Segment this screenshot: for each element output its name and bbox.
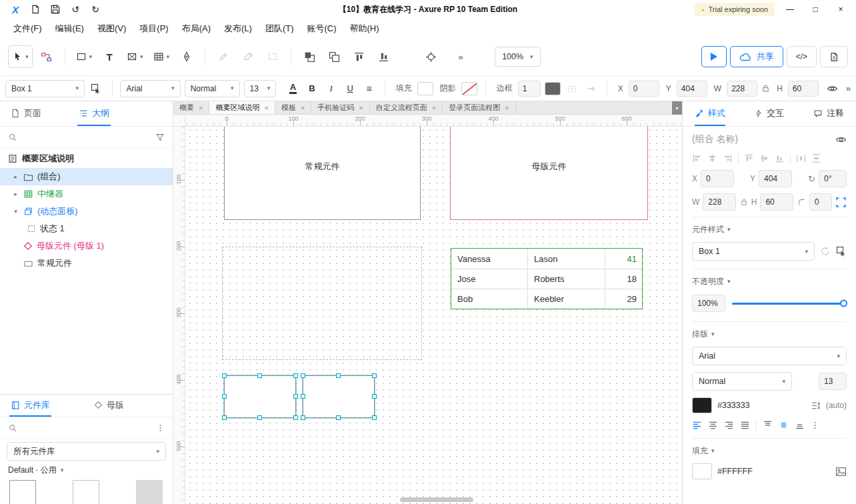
page-tab-5[interactable]: 登录页面流程图× [443, 101, 515, 114]
menu-account[interactable]: 账号(C) [300, 20, 343, 37]
fill-color-swatch[interactable] [417, 82, 433, 95]
shadow-swatch[interactable] [461, 82, 477, 95]
menu-arrange[interactable]: 布局(A) [175, 20, 217, 37]
selection-handle-s[interactable] [257, 415, 262, 420]
w-input[interactable] [727, 81, 757, 97]
trial-badge[interactable]: ● Trial expiring soon [695, 3, 775, 16]
tab-outline[interactable]: 大纲 [77, 101, 111, 126]
group-name-field[interactable]: (组合 名称) [692, 127, 847, 152]
underline-button[interactable]: U [343, 80, 358, 97]
inspect-code-button[interactable]: </> [787, 46, 817, 67]
text-valign-top-icon[interactable] [763, 420, 773, 430]
tab-notes[interactable]: 注释 [813, 101, 844, 126]
selected-box-2[interactable] [303, 375, 375, 418]
lock-ratio-icon[interactable] [761, 84, 770, 93]
canvas-horizontal-scrollbar[interactable] [400, 497, 473, 502]
normal-widget[interactable]: 常规元件 [224, 127, 421, 220]
tree-item-group[interactable]: ▸ (组合) [0, 168, 173, 185]
typography-section-header[interactable]: 排版 ▾ [692, 321, 847, 344]
menu-team[interactable]: 团队(T) [259, 20, 301, 37]
opacity-input[interactable] [692, 295, 725, 312]
pen-tool-button[interactable] [176, 45, 197, 68]
center-canvas-button[interactable] [420, 45, 441, 68]
selection-handle-s[interactable] [336, 415, 341, 420]
font-family-select[interactable]: Arial ▾ [692, 347, 847, 365]
h-input[interactable] [760, 193, 793, 211]
border-width-input[interactable] [518, 81, 541, 97]
text-align-justify-icon[interactable] [740, 420, 750, 430]
widget-style-select[interactable]: Box 1 ▾ [692, 242, 815, 261]
text-valign-bottom-icon[interactable] [795, 420, 805, 430]
tab-close-icon[interactable]: × [199, 104, 203, 112]
selection-handle-w[interactable] [222, 394, 227, 399]
align-bottom-button[interactable] [373, 45, 394, 68]
page-tab-2[interactable]: 模板× [275, 101, 311, 114]
text-align-right-icon[interactable] [724, 420, 734, 430]
menu-project[interactable]: 项目(P) [133, 20, 175, 37]
send-to-back-button[interactable] [323, 45, 345, 68]
visibility-eye-icon[interactable] [835, 135, 847, 144]
font-weight-select[interactable]: Normal ▾ [185, 80, 240, 97]
outline-search-input[interactable] [23, 133, 150, 142]
menu-edit[interactable]: 编辑(E) [49, 20, 91, 37]
opacity-slider[interactable] [732, 303, 847, 305]
align-center-icon[interactable] [707, 153, 717, 163]
formatbar-more-icon[interactable]: » [846, 83, 851, 93]
widget-thumb-box1[interactable] [9, 480, 36, 504]
tab-widget-library[interactable]: 元件库 [9, 395, 51, 417]
fill-section-header[interactable]: 填充 ▾ [692, 438, 847, 461]
tab-pages[interactable]: 页面 [9, 101, 43, 126]
repeater-table[interactable]: Vanessa Lason 41 Jose Roberts 18 Bob Kee… [451, 248, 643, 309]
font-size-select[interactable]: 13 ▾ [244, 80, 277, 97]
tab-list-dropdown[interactable]: ▾ [672, 101, 682, 115]
tree-item-state1[interactable]: 状态 1 [0, 220, 173, 237]
tree-item-master[interactable]: 母版元件 (母版 1) [0, 237, 173, 255]
rectangle-tool-button[interactable]: ▾ [73, 45, 96, 68]
library-filter-select[interactable]: 所有元件库 ▾ [7, 442, 166, 461]
placeholder-tool-button[interactable]: ▾ [123, 45, 147, 68]
tab-close-icon[interactable]: × [359, 104, 363, 112]
selected-box-1[interactable] [224, 375, 296, 418]
filter-icon[interactable] [155, 133, 165, 142]
selection-handle-se[interactable] [293, 415, 298, 420]
selection-handle-ne[interactable] [293, 373, 298, 378]
library-search-input[interactable] [23, 423, 151, 433]
text-valign-middle-icon[interactable] [779, 420, 789, 430]
more-tools-button[interactable]: » [450, 45, 471, 68]
text-align-center-icon[interactable] [708, 420, 718, 430]
y-input[interactable] [677, 81, 707, 97]
redo-icon[interactable]: ↻ [85, 1, 105, 17]
widget-style-select[interactable]: Box 1 ▾ [5, 80, 85, 97]
x-input[interactable] [701, 170, 734, 187]
style-picker-button[interactable] [89, 80, 104, 97]
w-input[interactable] [703, 193, 736, 211]
export-doc-button[interactable] [820, 46, 848, 67]
library-kebab-icon[interactable]: ⋮ [156, 423, 165, 433]
minimize-button[interactable]: — [780, 1, 800, 17]
text-color-swatch[interactable] [692, 397, 712, 413]
align-middle-icon[interactable] [759, 153, 769, 163]
lock-ratio-icon[interactable] [740, 198, 748, 206]
selection-handle-n[interactable] [257, 373, 262, 378]
align-bottom-icon[interactable] [775, 153, 785, 163]
font-family-select[interactable]: Arial ▾ [120, 80, 180, 97]
align-right-icon[interactable] [723, 153, 733, 163]
page-tab-4[interactable]: 自定义流程页面× [370, 101, 443, 114]
h-input[interactable] [788, 81, 819, 97]
menu-publish[interactable]: 发布(L) [217, 20, 259, 37]
align-top-button[interactable] [348, 45, 369, 68]
text-align-left-icon[interactable] [692, 420, 702, 430]
text-color-button[interactable]: A [285, 80, 301, 97]
tab-masters[interactable]: 母版 [93, 395, 125, 417]
page-tab-0[interactable]: 概要× [173, 101, 209, 114]
library-group-row[interactable]: Default · 公用 ▾ [0, 463, 173, 477]
italic-button[interactable]: I [323, 80, 339, 97]
maximize-button[interactable]: □ [805, 1, 825, 17]
widget-style-section-header[interactable]: 元件样式 ▾ [692, 217, 847, 239]
selection-handle-e[interactable] [293, 394, 298, 399]
opacity-section-header[interactable]: 不透明度 ▾ [692, 269, 847, 291]
line-height-value[interactable]: (auto) [826, 401, 847, 410]
font-weight-select[interactable]: Normal ▾ [692, 372, 792, 391]
select-tool-button[interactable]: ▾ [8, 45, 33, 68]
distribute-horizontal-icon[interactable] [796, 153, 806, 163]
